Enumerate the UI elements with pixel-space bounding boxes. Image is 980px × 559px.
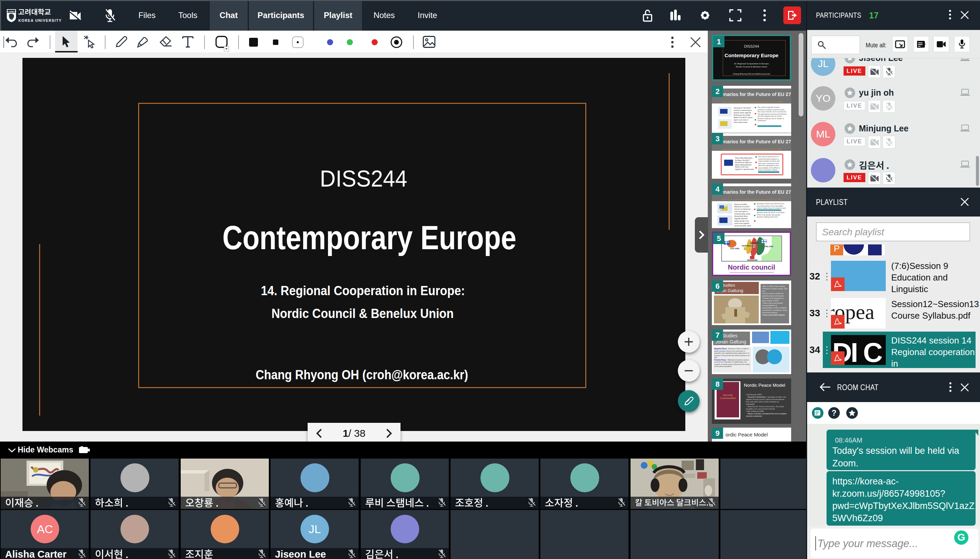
- svg-text:ICELAND: ICELAND: [730, 248, 739, 250]
- svg-text:FINLAND: FINLAND: [764, 245, 774, 248]
- svg-text:KOREA: KOREA: [7, 10, 16, 13]
- svg-text:DENMARK: DENMARK: [747, 259, 758, 261]
- svg-text:SWEDEN: SWEDEN: [750, 242, 759, 244]
- svg-text:NORWAY: NORWAY: [742, 245, 751, 247]
